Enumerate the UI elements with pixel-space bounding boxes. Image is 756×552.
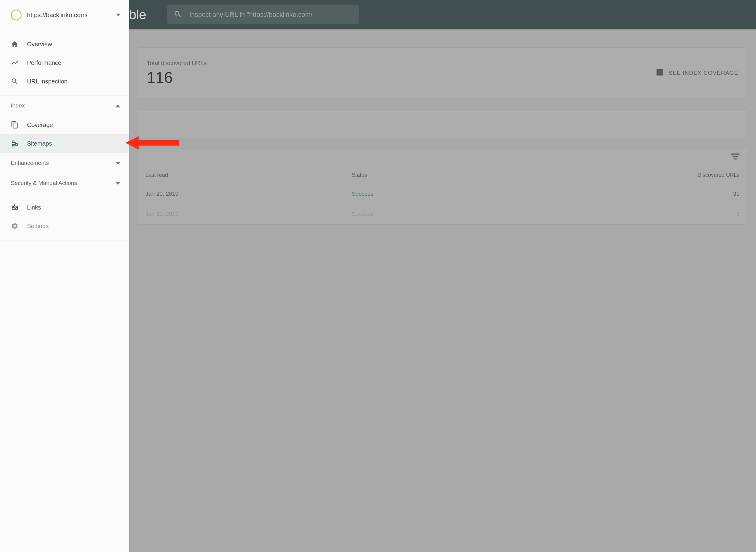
- property-icon: [11, 10, 22, 20]
- chevron-down-icon: [116, 12, 120, 18]
- search-icon: [174, 10, 182, 19]
- see-index-coverage-button[interactable]: SEE INDEX COVERAGE: [655, 68, 738, 78]
- sidebar-item-overview[interactable]: Overview: [0, 35, 129, 53]
- sitemap-icon: [11, 140, 19, 147]
- pages-icon: [11, 121, 19, 129]
- sidebar-group-security[interactable]: Security & Manual Actions: [0, 173, 129, 193]
- sidebar-group-enhancements[interactable]: Enhancements: [0, 153, 129, 173]
- search-input[interactable]: [189, 11, 353, 19]
- sidebar-item-label: Settings: [27, 223, 49, 230]
- add-sitemap-card[interactable]: [138, 109, 747, 138]
- cell-discovered: 31: [501, 184, 747, 204]
- trending-up-icon: [11, 59, 19, 66]
- sidebar-item-url-inspection[interactable]: URL inspection: [0, 72, 129, 91]
- sidebar-item-label: Coverage: [27, 122, 53, 128]
- sidebar-item-sitemaps[interactable]: Sitemaps: [0, 134, 129, 153]
- chevron-up-icon: [116, 102, 120, 109]
- url-inspect-search[interactable]: [167, 5, 359, 24]
- see-coverage-label: SEE INDEX COVERAGE: [669, 70, 738, 76]
- sidebar-item-label: Sitemaps: [27, 140, 52, 147]
- gear-icon: [11, 222, 19, 230]
- col-discovered-urls[interactable]: Discovered URLs: [501, 167, 747, 184]
- cell-status: Success: [344, 184, 501, 204]
- search-icon: [11, 78, 19, 85]
- col-last-read[interactable]: Last read: [138, 167, 344, 184]
- chevron-down-icon: [116, 180, 120, 186]
- cell-last-read: Jan 30, 2019: [138, 204, 344, 224]
- sidebar-item-label: Performance: [27, 59, 61, 66]
- links-icon: [11, 203, 19, 211]
- sidebar-group-label: Security & Manual Actions: [11, 180, 77, 186]
- bar-chart-icon: [655, 68, 664, 78]
- home-icon: [11, 40, 19, 48]
- table-row[interactable]: Jan 30, 2019 Success 5: [138, 204, 747, 224]
- sidebar-item-label: Overview: [27, 41, 52, 48]
- stat-label: Total discovered URLs: [147, 60, 655, 66]
- sidebar-item-settings[interactable]: Settings: [0, 217, 129, 235]
- sidebar: https://backlinko.com/ Overview Performa…: [0, 0, 129, 552]
- cell-last-read: Jan 20, 2019: [138, 184, 344, 204]
- chevron-down-icon: [116, 160, 120, 166]
- stat-value: 116: [147, 68, 655, 87]
- property-picker[interactable]: https://backlinko.com/: [0, 0, 129, 30]
- filter-icon[interactable]: [731, 153, 740, 161]
- sidebar-item-coverage[interactable]: Coverage: [0, 116, 129, 134]
- sidebar-item-links[interactable]: Links: [0, 198, 129, 217]
- sitemaps-table-card: Last read Status Discovered URLs Jan 20,…: [138, 149, 747, 225]
- stats-card: Total discovered URLs 116 SEE INDEX COVE…: [138, 47, 747, 99]
- sidebar-group-index[interactable]: Index: [0, 96, 129, 116]
- sidebar-group-label: Enhancements: [11, 160, 49, 166]
- sidebar-item-label: Links: [27, 204, 41, 211]
- brand-text-fragment: ble: [129, 7, 146, 22]
- table-row[interactable]: Jan 20, 2019 Success 31: [138, 184, 747, 204]
- sidebar-item-label: URL inspection: [27, 78, 67, 85]
- property-url: https://backlinko.com/: [27, 11, 116, 19]
- sitemaps-table: Last read Status Discovered URLs Jan 20,…: [138, 167, 747, 224]
- sidebar-group-label: Index: [11, 102, 25, 109]
- main-content: Total discovered URLs 116 SEE INDEX COVE…: [129, 29, 756, 552]
- sidebar-item-performance[interactable]: Performance: [0, 53, 129, 72]
- col-status[interactable]: Status: [344, 167, 501, 184]
- cell-discovered: 5: [501, 204, 747, 224]
- cell-status: Success: [344, 204, 501, 224]
